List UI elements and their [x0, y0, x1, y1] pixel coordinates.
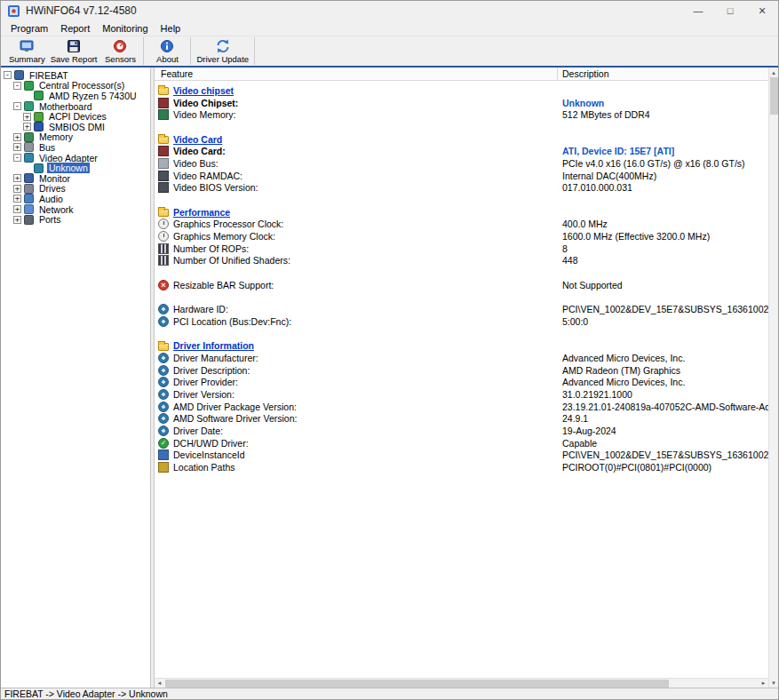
vertical-scrollbar[interactable]: ▲ ▼	[768, 68, 778, 688]
minimize-button[interactable]: —	[682, 1, 714, 20]
tree-item-label[interactable]: Bus	[37, 142, 57, 153]
row-hardware-id[interactable]: Hardware ID: PCI\VEN_1002&DEV_15E7&SUBSY…	[155, 303, 768, 315]
section-driver-information[interactable]: Driver Information	[155, 339, 768, 352]
menu-program[interactable]: Program	[4, 22, 54, 35]
horizontal-scroll-thumb[interactable]	[165, 680, 669, 688]
tree-item-label[interactable]: SMBIOS DMI	[47, 122, 107, 132]
row-driver-date[interactable]: Driver Date: 19-Aug-2024	[155, 425, 768, 437]
row-driver-description[interactable]: Driver Description: AMD Radeon (TM) Grap…	[155, 364, 768, 377]
id-icon	[158, 449, 169, 460]
tree-item-smbios-dmi[interactable]: + SMBIOS DMI	[1, 122, 150, 132]
tree-item-label[interactable]: Central Processor(s)	[37, 81, 126, 91]
tree-item-label[interactable]: ACPI Devices	[47, 111, 108, 122]
tree-expander-icon[interactable]: +	[13, 133, 21, 141]
tree-item-audio[interactable]: + Audio	[1, 194, 150, 204]
section-video-card[interactable]: Video Card	[155, 133, 768, 146]
tree-expander-icon[interactable]: -	[13, 102, 21, 110]
menu-help[interactable]: Help	[155, 22, 187, 35]
row-pci-location-bus-dev-fnc[interactable]: PCI Location (Bus:Dev:Fnc): 5:00:0	[155, 315, 768, 328]
tree-item-drives[interactable]: + Drives	[1, 184, 150, 195]
tree-item-acpi-devices[interactable]: + ACPI Devices	[1, 111, 150, 122]
tree-item-label[interactable]: Video Adapter	[37, 153, 99, 163]
tree-item-label[interactable]: Memory	[37, 132, 75, 143]
gear-icon	[158, 316, 169, 327]
vertical-scroll-thumb[interactable]	[770, 77, 778, 115]
tree-expander-icon[interactable]: -	[4, 71, 12, 79]
tree-expander-icon[interactable]: +	[13, 205, 21, 213]
tree-expander-icon[interactable]: +	[13, 195, 21, 203]
row-graphics-memory-clock[interactable]: Graphics Memory Clock: 1600.0 MHz (Effec…	[155, 230, 768, 243]
tree-item-video-adapter[interactable]: - Video Adapter	[1, 153, 150, 163]
tree-expander-icon[interactable]: +	[23, 113, 31, 121]
tree-expander-icon[interactable]: +	[23, 123, 31, 131]
detail-feature-cell: Performance	[155, 207, 558, 218]
scroll-down-icon[interactable]: ▼	[769, 678, 779, 688]
row-graphics-processor-clock[interactable]: Graphics Processor Clock: 400.0 MHz	[155, 219, 768, 231]
save-report-button[interactable]: Save Report	[48, 37, 100, 65]
tree-item-motherboard[interactable]: - Motherboard	[1, 101, 150, 112]
row-deviceinstanceid[interactable]: DeviceInstanceId PCI\VEN_1002&DEV_15E7&S…	[155, 449, 768, 462]
tree-expander-icon[interactable]: +	[13, 174, 21, 182]
tree-item-amd-ryzen-5-7430u[interactable]: AMD Ryzen 5 7430U	[1, 91, 150, 101]
row-video-bus[interactable]: Video Bus: PCIe v4.0 x16 (16.0 GT/s) @ x…	[155, 157, 768, 170]
scroll-up-icon[interactable]: ▲	[769, 68, 779, 77]
tree-item-firebat[interactable]: - FIREBAT	[1, 70, 150, 81]
maximize-button[interactable]: □	[714, 1, 746, 20]
tree-item-network[interactable]: + Network	[1, 204, 150, 215]
driver-update-button[interactable]: Driver Update	[194, 37, 251, 65]
tree-expander-icon[interactable]: +	[13, 216, 21, 224]
tree-item-label[interactable]: Monitor	[37, 173, 72, 184]
horizontal-scrollbar[interactable]: ◄ ►	[155, 678, 768, 688]
section-video-chipset[interactable]: Video chipset	[155, 84, 768, 97]
close-button[interactable]: ×	[746, 1, 778, 20]
detail-feature-cell: Driver Version:	[155, 389, 558, 400]
column-header-description[interactable]: Description	[558, 68, 609, 79]
tree-item-memory[interactable]: + Memory	[1, 132, 150, 143]
tree-item-label[interactable]: Network	[37, 204, 76, 215]
section-performance[interactable]: Performance	[155, 206, 768, 219]
tree-item-label[interactable]: Drives	[37, 184, 68, 195]
row-number-of-unified-shaders[interactable]: Number Of Unified Shaders: 448	[155, 255, 768, 267]
tree-item-label[interactable]: Audio	[37, 194, 65, 204]
row-amd-software-driver-version[interactable]: AMD Software Driver Version: 24.9.1	[155, 413, 768, 426]
tree-expander-icon[interactable]: -	[13, 154, 21, 162]
tree-item-label[interactable]: Motherboard	[37, 101, 94, 112]
tree-item-label[interactable]: Ports	[37, 214, 63, 225]
detail-feature-cell: AMD Software Driver Version:	[155, 413, 558, 424]
row-driver-version[interactable]: Driver Version: 31.0.21921.1000	[155, 388, 768, 401]
column-header-feature[interactable]: Feature	[155, 68, 558, 80]
tree-expander-icon[interactable]: -	[13, 82, 21, 90]
row-amd-driver-package-version[interactable]: AMD Driver Package Version: 23.19.21.01-…	[155, 401, 768, 413]
motherboard-icon	[24, 101, 34, 111]
summary-button[interactable]: Summary	[6, 37, 48, 65]
row-dch-uwd-driver[interactable]: DCH/UWD Driver: Capable	[155, 437, 768, 449]
row-video-card[interactable]: Video Card: ATI, Device ID: 15E7 [ATI]	[155, 145, 768, 157]
tree-item-label[interactable]: Unknown	[47, 163, 90, 173]
scroll-right-icon[interactable]: ►	[759, 679, 768, 688]
sensors-button[interactable]: Sensors	[99, 37, 140, 65]
tree-item-central-processor-s[interactable]: - Central Processor(s)	[1, 81, 150, 91]
row-driver-provider[interactable]: Driver Provider: Advanced Micro Devices,…	[155, 377, 768, 389]
tree-item-bus[interactable]: + Bus	[1, 142, 150, 153]
row-location-paths[interactable]: Location Paths PCIROOT(0)#PCI(0801)#PCI(…	[155, 461, 768, 473]
check-icon	[158, 438, 169, 449]
row-video-bios-version[interactable]: Video BIOS Version: 017.010.000.031	[155, 182, 768, 195]
about-button[interactable]: About	[147, 37, 187, 65]
row-resizable-bar-support[interactable]: Resizable BAR Support: Not Supported	[155, 279, 768, 291]
menu-monitoring[interactable]: Monitoring	[96, 22, 154, 35]
tree-item-label[interactable]: FIREBAT	[28, 70, 70, 81]
scroll-left-icon[interactable]: ◄	[155, 679, 164, 688]
tree-expander-icon[interactable]: +	[13, 185, 21, 193]
tree-item-label[interactable]: AMD Ryzen 5 7430U	[47, 91, 139, 101]
row-number-of-rops[interactable]: Number Of ROPs: 8	[155, 243, 768, 255]
row-video-chipset[interactable]: Video Chipset: Unknown	[155, 97, 768, 109]
tree-expander-icon[interactable]: +	[13, 143, 21, 151]
row-video-memory[interactable]: Video Memory: 512 MBytes of DDR4	[155, 108, 768, 121]
row-driver-manufacturer[interactable]: Driver Manufacturer: Advanced Micro Devi…	[155, 352, 768, 364]
menu-report[interactable]: Report	[54, 22, 96, 35]
detail-feature-cell: Driver Provider:	[155, 377, 558, 387]
tree-item-ports[interactable]: + Ports	[1, 214, 150, 225]
tree-item-unknown[interactable]: Unknown	[1, 163, 150, 173]
tree-item-monitor[interactable]: + Monitor	[1, 173, 150, 184]
row-video-ramdac[interactable]: Video RAMDAC: Internal DAC(400MHz)	[155, 170, 768, 182]
